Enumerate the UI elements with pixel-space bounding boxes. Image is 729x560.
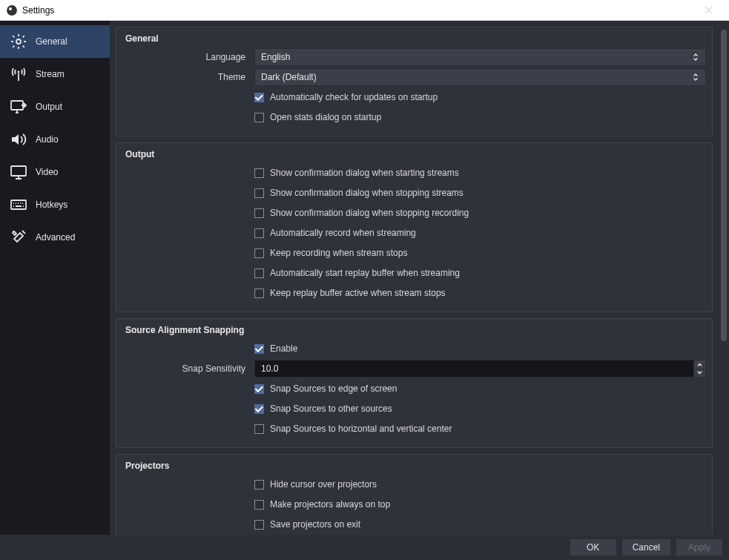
confirm-stop-stream-checkbox[interactable]: Show confirmation dialog when stopping s… (254, 188, 464, 198)
sidebar-item-label: Video (36, 167, 58, 177)
snap-sources-checkbox[interactable]: Snap Sources to other sources (254, 403, 392, 414)
group-general: General Language English Theme Dark (Def… (116, 27, 713, 136)
group-title: Source Alignment Snapping (122, 325, 706, 335)
sidebar-item-video[interactable]: Video (0, 156, 110, 188)
sidebar-item-label: Audio (36, 134, 59, 145)
scrollbar-thumb[interactable] (721, 30, 727, 341)
checkbox-label: Keep replay buffer active when stream st… (270, 288, 446, 298)
checkbox-label: Snap Sources to horizontal and vertical … (270, 424, 452, 434)
monitor-icon (9, 162, 28, 182)
checkbox-label: Open stats dialog on startup (270, 112, 381, 122)
always-on-top-checkbox[interactable]: Make projectors always on top (254, 499, 390, 510)
sidebar-item-label: Stream (36, 69, 65, 79)
sidebar-item-advanced[interactable]: Advanced (0, 221, 110, 254)
checkbox-label: Save projectors on exit (270, 519, 360, 530)
hide-cursor-checkbox[interactable]: Hide cursor over projectors (254, 479, 377, 490)
checkbox-label: Keep recording when stream stops (270, 248, 407, 258)
window-title: Settings (22, 5, 693, 16)
checkbox-label: Make projectors always on top (270, 499, 390, 510)
checkbox-label: Show confirmation dialog when stopping r… (270, 208, 469, 218)
svg-rect-6 (11, 101, 23, 110)
svg-point-4 (16, 39, 21, 44)
svg-rect-7 (11, 166, 26, 176)
group-output: Output Show confirmation dialog when sta… (116, 142, 713, 312)
keep-recording-checkbox[interactable]: Keep recording when stream stops (254, 248, 407, 258)
app-icon (6, 4, 18, 16)
ok-button[interactable]: OK (570, 538, 617, 556)
checkbox-label: Snap Sources to other sources (270, 403, 392, 414)
apply-button[interactable]: Apply (676, 538, 723, 556)
footer: OK Cancel Apply (0, 535, 729, 560)
select-value: English (261, 52, 290, 62)
keep-replay-buffer-checkbox[interactable]: Keep replay buffer active when stream st… (254, 288, 446, 298)
checkbox-label: Automatically check for updates on start… (270, 92, 438, 102)
checkbox-label: Hide cursor over projectors (270, 479, 377, 490)
checkbox-label: Automatically start replay buffer when s… (270, 268, 460, 278)
chevron-updown-icon (690, 69, 701, 85)
cancel-button[interactable]: Cancel (621, 538, 671, 556)
checkbox-label: Snap Sources to edge of screen (270, 383, 397, 394)
open-stats-checkbox[interactable]: Open stats dialog on startup (254, 112, 381, 122)
sidebar: General Stream Output Audio Video (0, 21, 110, 535)
snap-sensitivity-input[interactable]: 10.0 (254, 360, 706, 378)
speaker-icon (9, 130, 28, 149)
group-title: General (122, 33, 706, 44)
theme-label: Theme (122, 72, 254, 82)
theme-select[interactable]: Dark (Default) (254, 68, 706, 86)
confirm-start-stream-checkbox[interactable]: Show confirmation dialog when starting s… (254, 168, 459, 178)
sidebar-item-stream[interactable]: Stream (0, 58, 110, 90)
checkbox-label: Show confirmation dialog when starting s… (270, 168, 459, 178)
language-label: Language (122, 52, 254, 62)
checkbox-label: Automatically record when streaming (270, 228, 416, 238)
sidebar-item-hotkeys[interactable]: Hotkeys (0, 188, 110, 221)
output-icon (9, 97, 28, 116)
snap-sensitivity-label: Snap Sensitivity (122, 363, 254, 374)
spin-up-button[interactable] (693, 360, 705, 369)
keyboard-icon (9, 195, 28, 214)
gear-icon (9, 32, 28, 51)
select-value: Dark (Default) (261, 72, 317, 82)
group-projectors: Projectors Hide cursor over projectors M… (116, 454, 713, 535)
snap-edge-checkbox[interactable]: Snap Sources to edge of screen (254, 383, 397, 394)
language-select[interactable]: English (254, 48, 706, 66)
svg-point-0 (7, 6, 16, 15)
auto-record-checkbox[interactable]: Automatically record when streaming (254, 228, 416, 238)
check-updates-checkbox[interactable]: Automatically check for updates on start… (254, 92, 438, 102)
group-snapping: Source Alignment Snapping Enable Snap Se… (116, 318, 713, 448)
snap-center-checkbox[interactable]: Snap Sources to horizontal and vertical … (254, 424, 452, 434)
snapping-enable-checkbox[interactable]: Enable (254, 343, 297, 354)
sidebar-item-audio[interactable]: Audio (0, 123, 110, 156)
spin-down-button[interactable] (693, 369, 705, 378)
svg-rect-8 (11, 200, 26, 209)
sidebar-item-output[interactable]: Output (0, 90, 110, 123)
save-projectors-checkbox[interactable]: Save projectors on exit (254, 519, 360, 530)
sidebar-item-label: Hotkeys (36, 200, 67, 210)
tools-icon (9, 228, 28, 247)
close-button[interactable] (693, 0, 723, 21)
sidebar-item-label: Advanced (36, 232, 75, 243)
svg-point-5 (18, 71, 20, 73)
group-title: Projectors (122, 461, 706, 471)
titlebar: Settings (0, 0, 729, 21)
sidebar-item-label: Output (36, 102, 62, 112)
checkbox-label: Enable (270, 343, 297, 354)
sidebar-item-general[interactable]: General (0, 25, 110, 58)
chevron-updown-icon (690, 49, 701, 65)
settings-content: General Language English Theme Dark (Def… (110, 21, 719, 535)
scrollbar[interactable] (719, 21, 729, 535)
sidebar-item-label: General (36, 36, 67, 47)
spin-value: 10.0 (261, 363, 278, 374)
group-title: Output (122, 149, 706, 159)
svg-point-1 (9, 7, 12, 10)
auto-replay-buffer-checkbox[interactable]: Automatically start replay buffer when s… (254, 268, 460, 278)
confirm-stop-recording-checkbox[interactable]: Show confirmation dialog when stopping r… (254, 208, 469, 218)
checkbox-label: Show confirmation dialog when stopping s… (270, 188, 464, 198)
broadcast-icon (9, 65, 28, 84)
